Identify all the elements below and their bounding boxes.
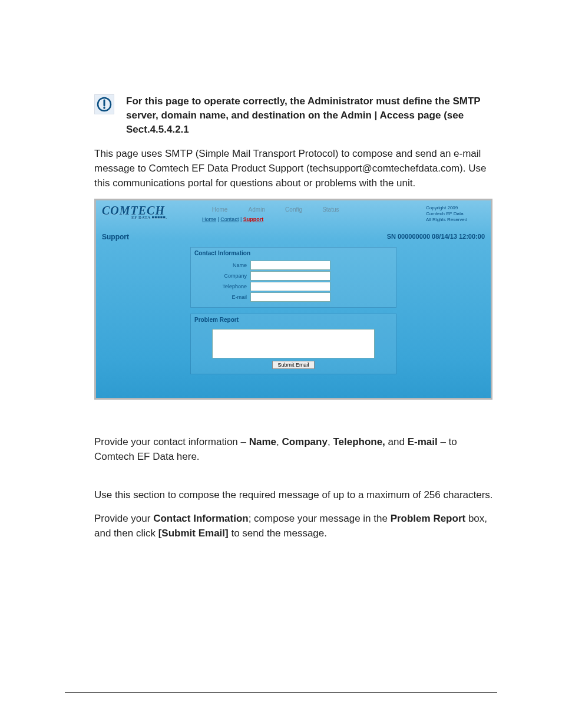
copyright-line3: All Rights Reserved [426, 217, 485, 223]
email-field[interactable] [250, 292, 330, 302]
alert-text: For this page to operate correctly, the … [126, 94, 497, 136]
nav-config[interactable]: Config [276, 206, 312, 213]
main-nav: Home Admin Config Status [202, 206, 426, 213]
bold-name: Name [249, 436, 276, 447]
compose-paragraph: Use this section to compose the required… [94, 488, 497, 503]
problem-report-panel: Problem Report Submit Email [190, 314, 396, 374]
subnav-support[interactable]: Support [243, 216, 264, 222]
page-title: Support [102, 233, 129, 241]
problem-report-title: Problem Report [191, 314, 396, 327]
problem-report-textarea[interactable] [212, 329, 375, 358]
subnav-contact[interactable]: Contact [220, 216, 239, 222]
footer-rule [65, 692, 497, 693]
svg-point-2 [103, 107, 105, 109]
logo-sub: EF DATA ■■■■■. [131, 215, 202, 220]
telephone-label: Telephone [191, 284, 250, 289]
alert-icon [94, 94, 114, 114]
subnav-home[interactable]: Home [202, 216, 216, 222]
intro-text: This page uses SMTP (Simple Mail Transpo… [94, 147, 497, 190]
final-paragraph: Provide your Contact Information; compos… [94, 512, 497, 541]
copyright-line2: Comtech EF Data [426, 211, 485, 217]
nav-status[interactable]: Status [313, 206, 348, 213]
bold-company: Company [282, 436, 327, 447]
name-label: Name [191, 262, 250, 268]
telephone-field[interactable] [250, 282, 330, 291]
sub-nav: Home | Contact | Support [202, 216, 426, 222]
serial-number: SN 000000000 08/14/13 12:00:00 [387, 233, 485, 241]
nav-home[interactable]: Home [202, 206, 237, 213]
name-field[interactable] [250, 261, 330, 270]
company-field[interactable] [250, 271, 330, 281]
bold-telephone: Telephone, [333, 436, 385, 447]
text: ; compose your message in the [249, 513, 391, 524]
text: Provide your contact information – [94, 436, 249, 447]
support-page-screenshot: COMTECH EF DATA ■■■■■. Home Admin Config… [94, 199, 492, 400]
copyright-line1: Copyright 2009 [426, 205, 485, 211]
contact-paragraph: Provide your contact information – Name,… [94, 435, 497, 464]
bold-problem-report: Problem Report [391, 513, 466, 524]
text: Provide your [94, 513, 153, 524]
submit-email-button[interactable]: Submit Email [272, 361, 314, 369]
contact-info-title: Contact Information [191, 248, 396, 260]
email-label: E-mail [191, 294, 250, 300]
copyright: Copyright 2009 Comtech EF Data All Right… [426, 204, 485, 222]
text: to send the message. [229, 528, 327, 539]
nav-admin[interactable]: Admin [239, 206, 275, 213]
text: and [385, 436, 408, 447]
logo: COMTECH EF DATA ■■■■■. [102, 204, 202, 220]
bold-email: E-mail [408, 436, 438, 447]
contact-info-panel: Contact Information Name Company Telepho… [190, 247, 396, 308]
company-label: Company [191, 273, 250, 279]
bold-submit-email: [Submit Email] [158, 528, 229, 539]
bold-contact-info: Contact Information [153, 513, 249, 524]
